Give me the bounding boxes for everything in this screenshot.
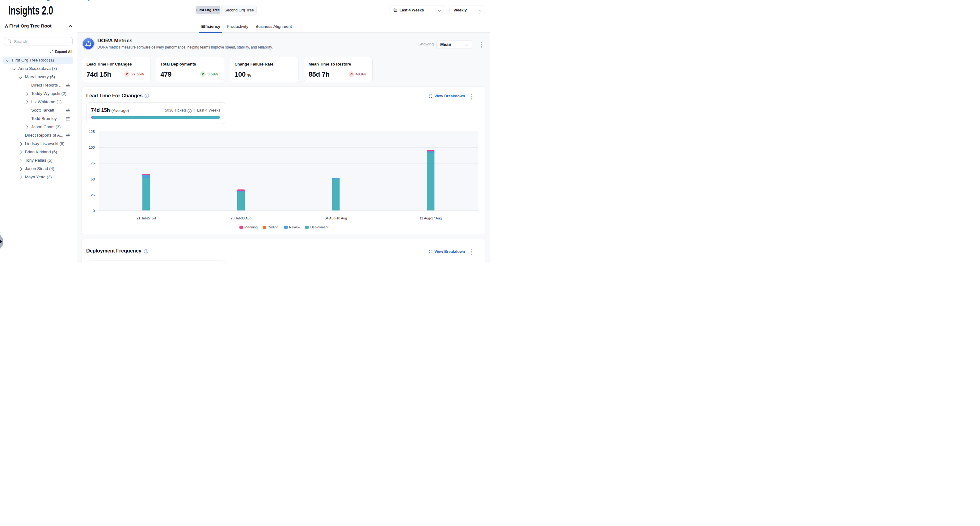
svg-text:Insights 2.0: Insights 2.0 — [8, 4, 53, 17]
